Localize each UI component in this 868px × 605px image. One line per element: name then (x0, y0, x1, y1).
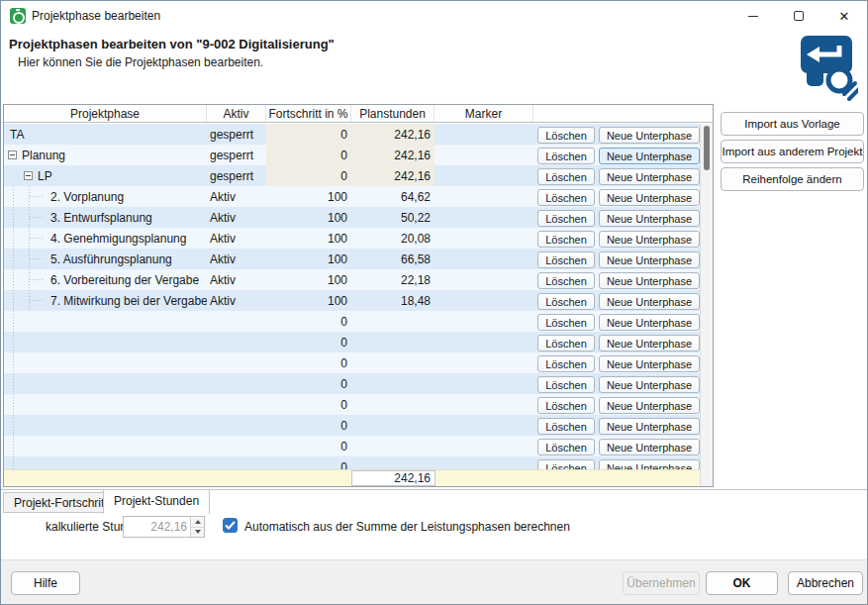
ok-button[interactable]: OK (706, 571, 778, 595)
new-subphase-button[interactable]: Neue Unterphase (599, 376, 700, 393)
phase-hours-cell[interactable]: 50,22 (351, 207, 434, 228)
phase-name-cell[interactable] (4, 436, 207, 456)
delete-phase-button[interactable]: Löschen (537, 148, 595, 164)
phase-progress-cell[interactable]: 0 (266, 311, 351, 332)
tab-projekt-stunden[interactable]: Projekt-Stunden (103, 489, 210, 514)
phase-status-cell[interactable]: Aktiv (207, 249, 266, 269)
phase-name-cell[interactable]: 5. Ausführungsplanung (4, 249, 207, 269)
phase-marker-cell[interactable] (434, 394, 533, 415)
delete-phase-button[interactable]: Löschen (537, 293, 595, 310)
phase-name-cell[interactable] (4, 353, 207, 373)
phase-progress-cell[interactable]: 0 (266, 373, 351, 394)
maximize-button[interactable] (776, 1, 821, 31)
column-header-planstunden[interactable]: Planstunden (351, 105, 434, 122)
phase-marker-cell[interactable] (434, 456, 533, 469)
phase-progress-cell[interactable]: 0 (266, 145, 351, 165)
phase-marker-cell[interactable] (434, 373, 533, 394)
delete-phase-button[interactable]: Löschen (537, 376, 595, 393)
collapse-expander-icon[interactable] (8, 151, 17, 159)
phase-status-cell[interactable]: Aktiv (207, 186, 266, 207)
phase-name-cell[interactable] (4, 456, 207, 469)
phase-name-cell[interactable] (4, 394, 207, 415)
new-subphase-button[interactable]: Neue Unterphase (599, 189, 700, 206)
delete-phase-button[interactable]: Löschen (537, 252, 595, 268)
import-vorlage-button[interactable]: Import aus Vorlage (721, 112, 864, 136)
phase-status-cell[interactable] (207, 373, 266, 394)
phase-marker-cell[interactable] (434, 207, 533, 228)
cancel-button[interactable]: Abbrechen (788, 571, 863, 595)
new-subphase-button[interactable]: Neue Unterphase (599, 418, 700, 435)
phase-progress-cell[interactable]: 0 (266, 415, 351, 436)
phase-hours-cell[interactable] (351, 353, 434, 373)
phase-progress-cell[interactable]: 0 (266, 394, 351, 415)
phase-name-cell[interactable] (4, 311, 207, 332)
phase-status-cell[interactable] (207, 456, 266, 469)
new-subphase-button[interactable]: Neue Unterphase (599, 210, 700, 227)
phase-name-cell[interactable]: 6. Vorbereitung der Vergabe (4, 269, 207, 290)
phase-marker-cell[interactable] (434, 228, 533, 249)
phase-hours-cell[interactable] (351, 436, 434, 456)
phase-marker-cell[interactable] (434, 124, 533, 145)
help-button[interactable]: Hilfe (11, 571, 80, 595)
phase-progress-cell[interactable]: 100 (266, 207, 351, 228)
phase-progress-cell[interactable]: 100 (266, 186, 351, 207)
phase-hours-cell[interactable]: 66,58 (351, 249, 434, 269)
auto-sum-checkbox[interactable] (223, 518, 238, 533)
phase-status-cell[interactable] (207, 415, 266, 436)
column-header-marker[interactable]: Marker (434, 105, 533, 122)
phase-hours-cell[interactable] (351, 373, 434, 394)
phase-hours-cell[interactable]: 242,16 (351, 124, 434, 145)
tab-projekt-fortschritt[interactable]: Projekt-Fortschritt (3, 492, 119, 513)
new-subphase-button[interactable]: Neue Unterphase (599, 127, 700, 144)
new-subphase-button[interactable]: Neue Unterphase (599, 314, 700, 331)
phase-progress-cell[interactable]: 0 (266, 124, 351, 145)
phase-status-cell[interactable]: gesperrt (207, 124, 266, 145)
phase-name-cell[interactable]: 2. Vorplanung (4, 186, 207, 207)
delete-phase-button[interactable]: Löschen (537, 418, 595, 435)
column-header-projektphase[interactable]: Projektphase (4, 105, 207, 122)
delete-phase-button[interactable]: Löschen (537, 355, 595, 372)
minimize-button[interactable] (730, 1, 776, 31)
phase-status-cell[interactable]: Aktiv (207, 269, 266, 290)
phase-marker-cell[interactable] (434, 165, 533, 186)
phase-progress-cell[interactable]: 100 (266, 269, 351, 290)
column-header-aktiv[interactable]: Aktiv (207, 105, 266, 122)
phase-name-cell[interactable]: TA (4, 124, 207, 145)
close-button[interactable]: ✕ (821, 1, 867, 31)
delete-phase-button[interactable]: Löschen (537, 314, 595, 331)
phase-progress-cell[interactable]: 0 (266, 332, 351, 353)
phase-status-cell[interactable]: Aktiv (207, 290, 266, 311)
new-subphase-button[interactable]: Neue Unterphase (599, 231, 700, 248)
phase-name-cell[interactable]: 3. Entwurfsplanung (4, 207, 207, 228)
phase-hours-cell[interactable]: 242,16 (351, 165, 434, 186)
phase-hours-cell[interactable]: 18,48 (351, 290, 434, 311)
phase-name-cell[interactable]: LP (4, 165, 207, 186)
new-subphase-button[interactable]: Neue Unterphase (599, 293, 700, 310)
new-subphase-button[interactable]: Neue Unterphase (599, 252, 700, 268)
new-subphase-button[interactable]: Neue Unterphase (599, 335, 700, 352)
delete-phase-button[interactable]: Löschen (537, 231, 595, 248)
phase-marker-cell[interactable] (434, 145, 533, 165)
new-subphase-button[interactable]: Neue Unterphase (599, 168, 700, 185)
delete-phase-button[interactable]: Löschen (537, 439, 595, 455)
scrollbar-thumb[interactable] (704, 126, 710, 170)
phase-status-cell[interactable] (207, 353, 266, 373)
phase-marker-cell[interactable] (434, 290, 533, 311)
import-projekt-button[interactable]: Import aus anderem Projekt (721, 140, 864, 163)
phase-marker-cell[interactable] (434, 415, 533, 436)
phase-marker-cell[interactable] (434, 249, 533, 269)
phase-hours-cell[interactable]: 64,62 (351, 186, 434, 207)
phase-progress-cell[interactable]: 0 (266, 165, 351, 186)
phase-marker-cell[interactable] (434, 332, 533, 353)
new-subphase-button[interactable]: Neue Unterphase (599, 439, 700, 455)
phase-hours-cell[interactable] (351, 394, 434, 415)
phase-name-cell[interactable] (4, 332, 207, 353)
phase-marker-cell[interactable] (434, 353, 533, 373)
phase-progress-cell[interactable]: 0 (266, 353, 351, 373)
delete-phase-button[interactable]: Löschen (537, 127, 595, 144)
phase-marker-cell[interactable] (434, 186, 533, 207)
delete-phase-button[interactable]: Löschen (537, 335, 595, 352)
phase-marker-cell[interactable] (434, 436, 533, 456)
phase-name-cell[interactable] (4, 373, 207, 394)
new-subphase-button[interactable]: Neue Unterphase (599, 459, 700, 469)
